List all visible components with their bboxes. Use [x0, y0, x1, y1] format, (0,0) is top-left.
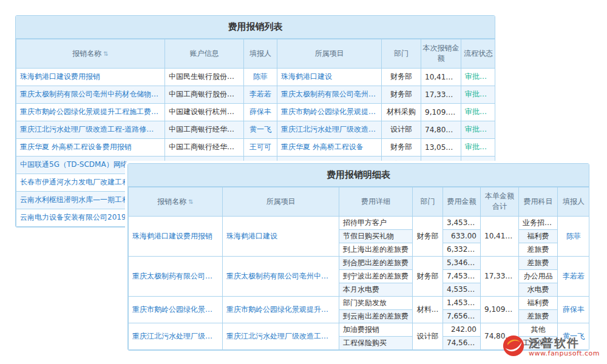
expense-amount-cell: 3,453.60: [443, 216, 481, 229]
dept-cell: 财务部: [382, 68, 421, 86]
status-link[interactable]: 审批通过: [461, 121, 496, 138]
reimbursement-name-link[interactable]: 重庆太极制药有限公司亳州中药材仓储物流基地项...: [16, 86, 165, 103]
amount-cell: 74,806.00: [421, 121, 461, 138]
fanpu-logo[interactable]: 泛普软件 www.fanpusoft.com: [503, 335, 600, 359]
detail-project-link[interactable]: 重庆江北污水处理厂级改造工程-道路修复工...: [223, 323, 339, 349]
status-link[interactable]: 审批通过: [461, 138, 496, 156]
detail-header-row: 报销名称⇅ 所属项目 费用详细 部门 费用金额 本单金额合计 费用科目 填报人: [129, 187, 590, 217]
amount-cell: 17,335.35: [421, 86, 461, 103]
project-link[interactable]: 重庆华夏 外高桥工程设备: [277, 138, 382, 156]
list-row: 珠海鹤港口建设费用报销 中国民生银行股份有限... 陈菲 珠海鹤港口建设 财务部…: [16, 68, 496, 86]
filler-link[interactable]: 李若若: [244, 86, 277, 103]
detail-project-link[interactable]: 重庆太极制药有限公司亳州中药材仓储物流基...: [223, 256, 339, 296]
expense-amount-cell: 1,453.00: [443, 296, 481, 309]
filler-link[interactable]: 王可可: [244, 138, 277, 156]
detail-row: 重庆市鹅岭公园绿化景观提升工程施... 重庆市鹅岭公园绿化景观提升工程施工 部门…: [129, 296, 590, 309]
filler-link[interactable]: 陈菲: [244, 68, 277, 86]
expense-detail-cell: 节假日购买礼物: [339, 229, 413, 243]
project-link[interactable]: 珠海鹤港口建设: [277, 68, 382, 86]
project-link[interactable]: 重庆太极制药有限公司亳州中...: [277, 86, 382, 103]
detail-col-amount: 费用金额: [443, 187, 481, 217]
expense-detail-cell: 招待甲方客户: [339, 216, 413, 229]
filler-link[interactable]: 薛保丰: [558, 296, 590, 323]
detail-name-link[interactable]: 珠海鹤港口建设费用报销: [129, 216, 223, 256]
sort-icon[interactable]: ⇅: [188, 198, 193, 205]
filler-link[interactable]: 李若若: [558, 256, 590, 296]
expense-detail-cell: 加油费报销: [339, 323, 413, 336]
total-amount-cell: 17,335.35: [481, 256, 519, 296]
expense-category-cell: 差旅费: [519, 309, 558, 323]
list-col-filler: 填报人: [244, 39, 277, 69]
status-link[interactable]: 审批通过: [461, 68, 496, 86]
dept-cell: 材料...: [413, 296, 443, 323]
account-cell: 中国工商银行经华路支行: [165, 121, 244, 138]
reimbursement-name-link[interactable]: 重庆市鹅岭公园绿化景观提升工程施工费用报销: [16, 103, 165, 121]
detail-table-title: 费用报销明细表: [128, 164, 589, 187]
expense-detail-cell: 到上海出差的差旅费: [339, 243, 413, 256]
expense-amount-cell: 242.00: [443, 323, 481, 336]
expense-amount-cell: 6,332.00: [443, 243, 481, 256]
account-cell: 中国民生银行股份有限...: [165, 68, 244, 86]
expense-detail-cell: 到云南出差的差旅费: [339, 309, 413, 323]
amount-cell: 10,418.60: [421, 68, 461, 86]
status-link[interactable]: 审批通过: [461, 103, 496, 121]
expense-amount-cell: 74,564...: [443, 336, 481, 349]
status-link[interactable]: 审批通过: [461, 86, 496, 103]
detail-row: 重庆太极制药有限公司亳州中药材... 重庆太极制药有限公司亳州中药材仓储物流基.…: [129, 256, 590, 269]
detail-col-detail: 费用详细: [339, 187, 413, 217]
reimbursement-name-link[interactable]: 重庆江北污水处理厂级改造工程-道路修复工程费用...: [16, 121, 165, 138]
list-col-dept: 部门: [382, 39, 421, 69]
project-link[interactable]: 重庆江北污水处理厂级改造工...: [277, 121, 382, 138]
amount-cell: 13,058.45: [421, 138, 461, 156]
detail-project-link[interactable]: 重庆市鹅岭公园绿化景观提升工程施工: [223, 296, 339, 323]
expense-category-cell: 业务招待费: [519, 216, 558, 229]
list-header-row: 报销名称⇅ 账户信息 填报人 所属项目 部门 本次报销金额 流程状态: [16, 39, 496, 69]
expense-category-cell: 差旅费: [519, 243, 558, 256]
list-col-name[interactable]: 报销名称⇅: [16, 39, 165, 69]
expense-detail-cell: 工程保险购买: [339, 336, 413, 349]
list-row: 重庆江北污水处理厂级改造工程-道路修复工程费用... 中国工商银行经华路支行 黄…: [16, 121, 496, 138]
detail-col-name-label: 报销名称: [157, 197, 186, 206]
expense-amount-cell: 5,346.35: [443, 256, 481, 269]
filler-link[interactable]: 薛保丰: [244, 103, 277, 121]
expense-detail-cell: 本月水电费: [339, 283, 413, 296]
fanpu-logo-icon: [503, 335, 524, 359]
detail-col-project: 所属项目: [223, 187, 339, 217]
list-table-title: 费用报销列表: [16, 16, 495, 39]
dept-cell: 设计部: [413, 323, 443, 349]
expense-amount-cell: 7,656.86: [443, 309, 481, 323]
detail-name-link[interactable]: 重庆太极制药有限公司亳州中药材...: [129, 256, 223, 296]
detail-project-link[interactable]: 珠海鹤港口建设: [223, 216, 339, 256]
expense-category-cell: 福利费: [519, 296, 558, 309]
total-amount-cell: 10,418.60: [481, 216, 519, 256]
filler-link[interactable]: 黄一飞: [244, 121, 277, 138]
list-row: 重庆市鹅岭公园绿化景观提升工程施工费用报销 中国建设银行杭州市上... 薛保丰 …: [16, 103, 496, 121]
filler-link[interactable]: 陈菲: [558, 216, 590, 256]
account-cell: 中国建设银行杭州市上...: [165, 103, 244, 121]
expense-detail-cell: 到宁波出差的差旅费: [339, 269, 413, 283]
detail-row: 珠海鹤港口建设费用报销 珠海鹤港口建设 招待甲方客户 财务部 3,453.60 …: [129, 216, 590, 229]
dept-cell: 财务部: [382, 138, 421, 156]
list-row: 重庆华夏 外高桥工程设备费用报销 中国工商银行经华路支行 王可可 重庆华夏 外高…: [16, 138, 496, 156]
account-cell: 中国工商银行经华路支行: [165, 138, 244, 156]
project-link[interactable]: 重庆市鹅岭公园绿化景观提升...: [277, 103, 382, 121]
account-cell: 中国工商银行股份有限: [165, 86, 244, 103]
expense-category-cell: 差旅费: [519, 256, 558, 269]
detail-col-filler: 填报人: [558, 187, 590, 217]
dept-cell: 设计部: [382, 121, 421, 138]
reimbursement-name-link[interactable]: 珠海鹤港口建设费用报销: [16, 68, 165, 86]
sort-icon[interactable]: ⇅: [103, 50, 108, 57]
list-col-amount: 本次报销金额: [421, 39, 461, 69]
list-row: 重庆太极制药有限公司亳州中药材仓储物流基地项... 中国工商银行股份有限 李若若…: [16, 86, 496, 103]
total-amount-cell: 9,109.86: [481, 296, 519, 323]
detail-col-name[interactable]: 报销名称⇅: [129, 187, 223, 217]
detail-name-link[interactable]: 重庆市鹅岭公园绿化景观提升工程施...: [129, 296, 223, 323]
reimbursement-name-link[interactable]: 重庆华夏 外高桥工程设备费用报销: [16, 138, 165, 156]
expense-amount-cell: 633.00: [443, 229, 481, 243]
expense-detail-window: 费用报销明细表 报销名称⇅ 所属项目 费用详细 部门 费用金额 本单金额合计 费…: [127, 163, 589, 351]
fanpu-site-url: www.fanpusoft.com: [529, 350, 600, 358]
expense-category-cell: 其他: [519, 323, 558, 336]
detail-row: 重庆江北污水处理厂级改造工程-... 重庆江北污水处理厂级改造工程-道路修复工.…: [129, 323, 590, 336]
detail-name-link[interactable]: 重庆江北污水处理厂级改造工程-...: [129, 323, 223, 349]
dept-cell: 材料采购: [382, 103, 421, 121]
